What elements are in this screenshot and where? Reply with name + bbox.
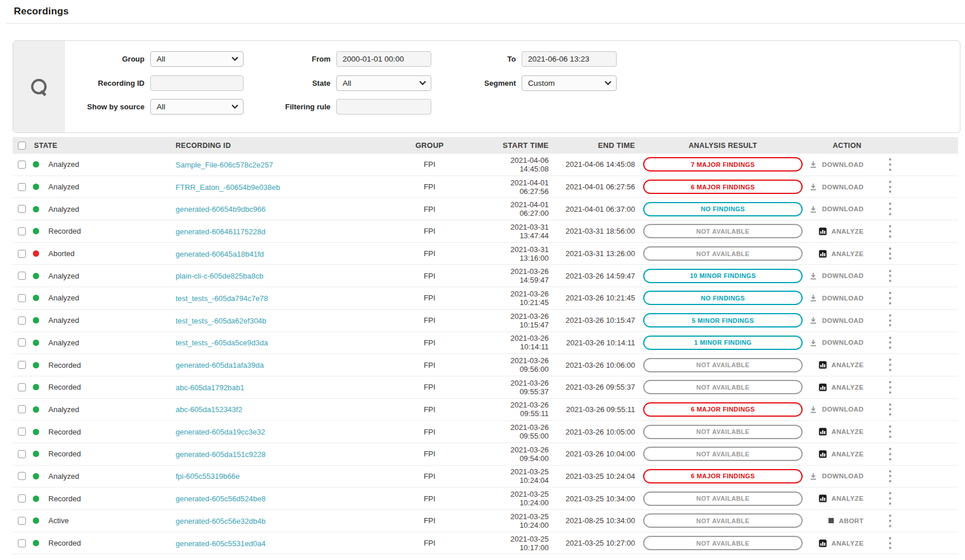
kebab-menu-icon[interactable] [886, 200, 895, 218]
row-checkbox[interactable] [18, 472, 26, 480]
row-checkbox[interactable] [18, 338, 26, 346]
recording-id-link[interactable]: generated-606461175228d [176, 227, 265, 236]
recording-id-link[interactable]: generated-605c5531ed0a4 [176, 539, 265, 548]
analyze-button[interactable]: ANALYZE [819, 383, 864, 391]
kebab-menu-icon[interactable] [886, 155, 895, 174]
kebab-menu-icon[interactable] [886, 489, 895, 508]
kebab-menu-icon[interactable] [886, 266, 895, 285]
download-button[interactable]: DOWNLOAD [809, 338, 864, 347]
kebab-menu-icon[interactable] [886, 244, 895, 262]
recording-id-link[interactable]: generated-60645a18b41fd [176, 250, 264, 258]
state-text: Analyzed [48, 182, 79, 191]
state-text: Analyzed [48, 405, 79, 414]
row-checkbox[interactable] [18, 450, 26, 458]
recording-id-link[interactable]: FTRR_Eaton_-60654b9e038eb [176, 183, 280, 192]
show-by-source-select[interactable]: All [150, 99, 244, 115]
kebab-menu-icon[interactable] [886, 378, 895, 397]
recording-id-link[interactable]: fpi-605c55319b66e [176, 472, 240, 481]
analyze-button[interactable]: ANALYZE [819, 361, 864, 369]
state-text: Aborted [48, 249, 75, 258]
row-checkbox[interactable] [18, 227, 26, 235]
recording-id-link[interactable]: Sample_File-606c578c2e257 [176, 161, 273, 169]
kebab-menu-icon[interactable] [886, 512, 895, 530]
state-text: Analyzed [48, 160, 79, 169]
download-button[interactable]: DOWNLOAD [809, 160, 864, 169]
kebab-menu-icon[interactable] [886, 177, 895, 196]
to-input[interactable] [522, 51, 617, 67]
group-cell: FPI [368, 182, 491, 191]
download-button[interactable]: DOWNLOAD [809, 472, 864, 481]
download-button[interactable]: DOWNLOAD [809, 205, 864, 214]
download-button[interactable]: DOWNLOAD [809, 294, 864, 302]
recording-id-link[interactable]: test_tests_-605da5ce9d3da [176, 338, 268, 347]
row-checkbox[interactable] [18, 517, 26, 525]
row-checkbox[interactable] [18, 383, 26, 391]
row-checkbox[interactable] [18, 539, 26, 547]
row-checkbox[interactable] [18, 205, 26, 213]
abort-button[interactable]: ABORT [828, 517, 864, 524]
segment-select[interactable]: Custom [522, 75, 617, 91]
download-icon [809, 160, 818, 169]
recording-id-input[interactable] [150, 75, 244, 91]
download-button[interactable]: DOWNLOAD [809, 182, 864, 191]
row-checkbox[interactable] [18, 183, 26, 191]
analyze-button[interactable]: ANALYZE [819, 227, 864, 235]
recording-id-link[interactable]: test_tests_-605da794c7e78 [176, 294, 268, 303]
kebab-menu-icon[interactable] [886, 356, 895, 374]
state-select[interactable]: All [336, 75, 431, 91]
kebab-menu-icon[interactable] [886, 534, 895, 552]
kebab-menu-icon[interactable] [886, 467, 895, 485]
kebab-menu-icon[interactable] [886, 311, 895, 329]
download-button[interactable]: DOWNLOAD [809, 272, 864, 280]
row-checkbox[interactable] [18, 361, 26, 369]
row-checkbox[interactable] [18, 428, 26, 436]
kebab-menu-icon[interactable] [886, 422, 895, 441]
end-time-cell: 2021-08-25 10:34:00 [552, 516, 638, 525]
recording-id-link[interactable]: generated-605da19cc3e32 [176, 428, 265, 436]
analyze-button[interactable]: ANALYZE [819, 250, 864, 258]
kebab-menu-icon[interactable] [886, 445, 895, 463]
analysis-result-badge: NO FINDINGS [643, 202, 803, 216]
download-button[interactable]: DOWNLOAD [809, 405, 864, 414]
row-checkbox[interactable] [18, 405, 26, 413]
analyze-button[interactable]: ANALYZE [819, 428, 864, 436]
recording-id-link[interactable]: generated-605da1afa39da [176, 361, 264, 369]
recording-id-label: Recording ID [48, 79, 145, 87]
analyze-button[interactable]: ANALYZE [819, 539, 864, 547]
recording-id-link[interactable]: generated-605c56e32db4b [176, 517, 265, 525]
table-row: Analyzed plain-cli-c-605de825ba8cb FPI 2… [13, 265, 958, 287]
recording-id-link[interactable]: abc-605da1792bab1 [176, 383, 244, 392]
recording-id-link[interactable]: plain-cli-c-605de825ba8cb [176, 272, 264, 280]
kebab-menu-icon[interactable] [886, 222, 895, 241]
analyze-button[interactable]: ANALYZE [819, 494, 864, 502]
row-checkbox[interactable] [18, 250, 26, 258]
row-checkbox[interactable] [18, 272, 26, 280]
kebab-menu-icon[interactable] [886, 400, 895, 418]
row-checkbox[interactable] [18, 161, 26, 169]
kebab-menu-icon[interactable] [886, 333, 895, 352]
kebab-menu-icon[interactable] [886, 289, 895, 307]
recording-id-link[interactable]: generated-605c56d524be8 [176, 494, 265, 503]
state-text: Analyzed [48, 272, 79, 280]
end-time-cell: 2021-03-26 10:05:00 [552, 428, 638, 436]
state-label: State [261, 79, 330, 87]
row-checkbox[interactable] [18, 317, 26, 325]
row-checkbox[interactable] [18, 494, 26, 502]
group-select[interactable]: All [150, 51, 244, 67]
download-button[interactable]: DOWNLOAD [809, 316, 864, 325]
state-text: Recorded [48, 361, 81, 369]
recording-id-link[interactable]: generated-60654b9dbc966 [176, 205, 265, 214]
select-all-checkbox[interactable] [18, 142, 26, 150]
start-time-cell: 2021-03-25 10:17:00 [491, 535, 552, 552]
analyze-button[interactable]: ANALYZE [819, 450, 864, 458]
row-checkbox[interactable] [18, 294, 26, 302]
analysis-result-badge: NOT AVAILABLE [643, 358, 803, 372]
from-input[interactable] [336, 51, 431, 67]
start-time-cell: 2021-03-26 09:55:00 [491, 423, 552, 440]
state-text: Active [48, 516, 69, 525]
recording-id-link[interactable]: test_tests_-605da62ef304b [176, 317, 267, 325]
recording-id-link[interactable]: abc-605da152343f2 [176, 405, 242, 414]
state-dot [33, 184, 39, 190]
filtering-rule-input[interactable] [336, 99, 431, 115]
recording-id-link[interactable]: generated-605da151c9228 [176, 450, 265, 459]
